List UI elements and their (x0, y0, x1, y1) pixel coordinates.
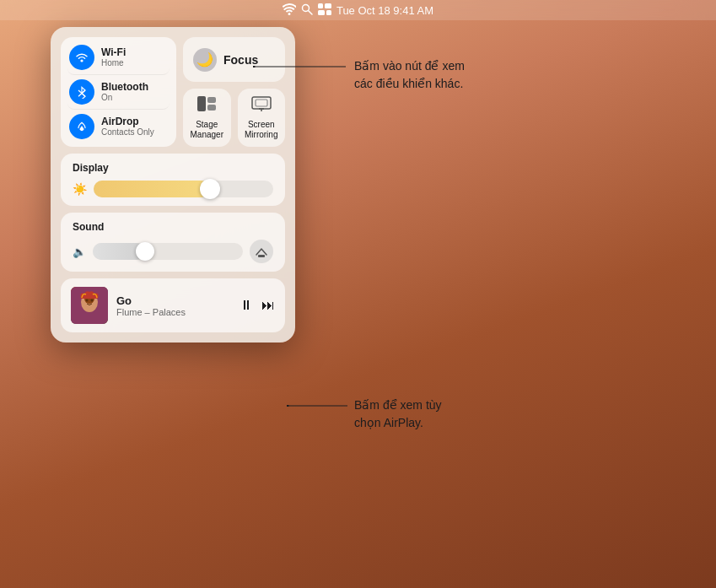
volume-slider[interactable] (93, 243, 243, 260)
svg-rect-12 (207, 105, 216, 111)
svg-rect-3 (325, 3, 331, 8)
cc-top-row: Wi-Fi Home Bluetooth On (61, 37, 285, 147)
airplay-callout: Bấm để xem tùychọn AirPlay. (354, 396, 442, 432)
control-center-panel: Wi-Fi Home Bluetooth On (51, 27, 295, 343)
focus-callout: Bấm vào nút để xemcác điều khiển khác. (354, 57, 465, 93)
connectivity-block: Wi-Fi Home Bluetooth On (61, 37, 176, 147)
brightness-icon: ☀️ (73, 182, 87, 196)
screen-mirroring-label: Screen Mirroring (243, 120, 281, 140)
cc-right-column: 🌙 Focus Stage Manager (183, 37, 285, 147)
playback-controls: ⏸ ⏭ (240, 298, 275, 313)
bluetooth-icon-bg (69, 79, 94, 105)
wifi-title: Wi-Fi (101, 46, 126, 58)
datetime-text: Tue Oct 18 9:41 AM (336, 4, 433, 17)
brightness-row: ☀️ (73, 181, 273, 197)
svg-rect-2 (318, 3, 323, 8)
svg-rect-11 (207, 97, 216, 103)
focus-callout-text: Bấm vào nút để xemcác điều khiển khác. (354, 59, 465, 90)
search-menubar-icon[interactable] (301, 3, 313, 18)
svg-line-1 (308, 10, 312, 14)
stage-manager-label: Stage Manager (188, 120, 226, 140)
menu-bar: Tue Oct 18 9:41 AM (0, 0, 716, 20)
airdrop-title: AirDrop (101, 116, 154, 127)
svg-point-6 (80, 59, 83, 62)
sound-section: Sound 🔈 (61, 213, 285, 272)
volume-icon: 🔈 (73, 245, 86, 258)
bluetooth-subtitle: On (101, 93, 148, 103)
now-playing-section: Go Flume – Palaces ⏸ ⏭ (61, 278, 285, 332)
cc-bottom-right: Stage Manager Screen Mirroring (183, 89, 285, 147)
sound-title: Sound (73, 221, 273, 233)
airplay-button[interactable] (250, 240, 273, 263)
stage-manager-icon (196, 95, 217, 116)
brightness-slider[interactable] (94, 181, 273, 197)
display-section: Display ☀️ (61, 154, 285, 206)
svg-point-21 (86, 299, 89, 302)
focus-label: Focus (223, 53, 258, 67)
svg-rect-13 (252, 97, 271, 109)
svg-point-26 (287, 405, 289, 407)
svg-rect-10 (197, 96, 206, 111)
track-title: Go (116, 294, 231, 307)
airdrop-item[interactable]: AirDrop Contacts Only (67, 110, 170, 143)
album-art (71, 287, 108, 324)
wifi-menubar-icon (283, 3, 296, 18)
screen-mirroring-icon (251, 95, 272, 116)
wifi-subtitle: Home (101, 58, 126, 68)
svg-rect-4 (318, 10, 325, 15)
bluetooth-title: Bluetooth (101, 81, 148, 93)
menu-bar-datetime: Tue Oct 18 9:41 AM (283, 3, 433, 18)
focus-button[interactable]: 🌙 Focus (183, 37, 285, 82)
svg-rect-14 (256, 100, 267, 106)
svg-rect-5 (326, 10, 331, 15)
pause-button[interactable]: ⏸ (240, 298, 253, 313)
control-center-menubar-icon[interactable] (318, 3, 331, 18)
wifi-text: Wi-Fi Home (101, 46, 126, 68)
svg-point-22 (91, 299, 94, 302)
bluetooth-text: Bluetooth On (101, 81, 148, 103)
wifi-icon-bg (69, 45, 94, 70)
airplay-callout-text: Bấm để xem tùychọn AirPlay. (354, 398, 442, 429)
sound-row: 🔈 (73, 240, 273, 263)
track-artist: Flume – Palaces (116, 307, 231, 317)
focus-icon: 🌙 (193, 48, 217, 72)
display-title: Display (73, 162, 273, 174)
stage-manager-button[interactable]: Stage Manager (183, 89, 231, 147)
airdrop-text: AirDrop Contacts Only (101, 116, 154, 138)
album-art-image (71, 287, 108, 324)
forward-button[interactable]: ⏭ (261, 298, 275, 313)
svg-rect-17 (258, 255, 265, 257)
svg-point-24 (253, 66, 256, 67)
wifi-item[interactable]: Wi-Fi Home (67, 40, 170, 75)
now-playing-info: Go Flume – Palaces (116, 294, 231, 317)
airdrop-icon-bg (69, 114, 94, 139)
screen-mirroring-button[interactable]: Screen Mirroring (238, 89, 286, 147)
bluetooth-item[interactable]: Bluetooth On (67, 75, 170, 110)
airdrop-subtitle: Contacts Only (101, 127, 154, 138)
